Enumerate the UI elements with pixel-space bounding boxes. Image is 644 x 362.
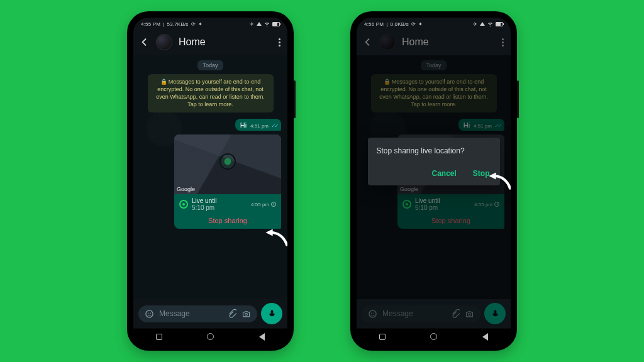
stop-sharing-dialog: Stop sharing live location? Cancel Stop [368, 138, 500, 185]
svg-point-1 [148, 312, 149, 314]
map-thumbnail[interactable]: Google [174, 134, 281, 194]
read-ticks-icon: ✓✓ [271, 123, 277, 129]
clock-icon [494, 202, 499, 207]
svg-marker-4 [265, 229, 272, 236]
more-icon[interactable] [502, 38, 504, 47]
live-location-card[interactable]: Google Live until 5:10 pm 4:55 pm [174, 134, 281, 229]
nav-home-icon[interactable] [207, 333, 214, 340]
message-time: 4:51 pm [474, 123, 492, 129]
nav-back-icon[interactable] [482, 333, 488, 341]
map-attribution: Google [177, 186, 195, 192]
mic-button[interactable] [484, 303, 506, 324]
attach-icon[interactable] [227, 309, 236, 319]
message-input[interactable]: Message [138, 305, 257, 322]
stop-sharing-button[interactable]: Stop sharing [397, 213, 504, 229]
input-bar: Message [133, 299, 287, 328]
svg-point-0 [146, 310, 153, 317]
live-until-time: 5:10 pm [192, 204, 216, 212]
android-nav [357, 328, 511, 344]
nav-recent-icon[interactable] [156, 334, 162, 340]
screen-right: 4:56 PM | 0.0KB/s ⟳✦ ✈ Home Today [357, 18, 511, 344]
chat-name[interactable]: Home [179, 36, 272, 48]
back-icon[interactable] [363, 37, 373, 47]
avatar[interactable] [379, 34, 396, 50]
attach-icon[interactable] [450, 309, 460, 319]
location-sent-time: 4:55 pm [474, 202, 492, 207]
status-icons: ✈ [250, 21, 280, 27]
live-until-time: 5:10 pm [415, 204, 440, 212]
back-icon[interactable] [140, 37, 150, 47]
message-placeholder: Message [382, 309, 445, 318]
lock-icon: 🔒 [384, 79, 391, 85]
android-nav [133, 328, 287, 344]
message-bubble-out[interactable]: Hi 4:51 pm ✓✓ [458, 119, 504, 131]
nav-recent-icon[interactable] [379, 334, 386, 340]
chat-area[interactable]: Today 🔒Messages to yourself are end-to-e… [133, 55, 287, 299]
wifi-icon [264, 21, 270, 27]
location-info: Live until 5:10 pm 4:55 pm [174, 194, 281, 213]
read-ticks-icon: ✓✓ [494, 123, 501, 129]
location-sent-time: 4:55 pm [251, 202, 269, 207]
svg-point-3 [245, 313, 248, 315]
battery-icon [496, 22, 503, 26]
live-until-label: Live until [192, 197, 216, 205]
camera-icon[interactable] [242, 309, 251, 319]
status-icons: ✈ [473, 21, 503, 27]
clock-icon [271, 202, 276, 207]
broadcast-icon [402, 200, 411, 209]
emoji-icon[interactable] [145, 309, 154, 319]
annotation-arrow [488, 170, 511, 191]
dialog-title: Stop sharing live location? [377, 146, 491, 155]
map-attribution: Google [400, 186, 418, 192]
svg-point-5 [369, 310, 376, 317]
status-time: 4:56 PM [364, 21, 384, 27]
encryption-notice[interactable]: 🔒Messages to yourself are end-to-end enc… [148, 74, 274, 112]
nav-home-icon[interactable] [430, 333, 437, 340]
status-time: 4:55 PM [141, 21, 160, 27]
svg-point-8 [469, 313, 471, 315]
cancel-button[interactable]: Cancel [430, 165, 457, 182]
broadcast-icon [179, 200, 188, 209]
status-bar: 4:55 PM | 53.7KB/s ⟳✦ ✈ [133, 18, 287, 29]
more-icon[interactable] [279, 38, 281, 47]
chat-name[interactable]: Home [402, 36, 496, 48]
status-net: 53.7KB/s [167, 21, 188, 27]
svg-point-2 [150, 312, 152, 314]
svg-point-6 [371, 312, 372, 314]
screen-left: 4:55 PM | 53.7KB/s ⟳✦ ✈ Home Today [133, 18, 287, 344]
lock-icon: 🔒 [160, 79, 167, 85]
chat-header: Home [357, 29, 511, 55]
camera-icon[interactable] [465, 309, 474, 319]
svg-point-7 [374, 312, 375, 314]
phone-mock-right: 4:56 PM | 0.0KB/s ⟳✦ ✈ Home Today [350, 11, 517, 351]
signal-icon [480, 22, 485, 26]
live-until-label: Live until [415, 197, 440, 205]
message-input[interactable]: Message [362, 305, 480, 322]
date-chip: Today [197, 60, 223, 70]
location-pulse-icon [219, 153, 236, 170]
mic-button[interactable] [261, 303, 282, 324]
date-chip: Today [421, 60, 446, 70]
avatar[interactable] [156, 34, 172, 50]
battery-icon [272, 22, 280, 26]
svg-marker-9 [489, 172, 496, 179]
emoji-icon[interactable] [368, 309, 377, 319]
status-bar: 4:56 PM | 0.0KB/s ⟳✦ ✈ [357, 18, 511, 29]
signal-icon [257, 22, 262, 26]
input-bar: Message [357, 299, 511, 328]
nav-back-icon[interactable] [259, 333, 265, 341]
encryption-notice[interactable]: 🔒Messages to yourself are end-to-end enc… [371, 74, 497, 112]
message-text: Hi [240, 121, 247, 129]
annotation-arrow [265, 226, 287, 248]
location-info: Live until 5:10 pm 4:55 pm [397, 194, 504, 213]
chat-header: Home [133, 29, 287, 55]
message-bubble-out[interactable]: Hi 4:51 pm ✓✓ [235, 119, 281, 131]
message-placeholder: Message [159, 309, 222, 318]
wifi-icon [487, 21, 493, 27]
message-time: 4:51 pm [250, 123, 269, 129]
message-text: Hi [464, 121, 470, 129]
status-net: 0.0KB/s [390, 21, 408, 27]
phone-mock-left: 4:55 PM | 53.7KB/s ⟳✦ ✈ Home Today [127, 11, 294, 351]
